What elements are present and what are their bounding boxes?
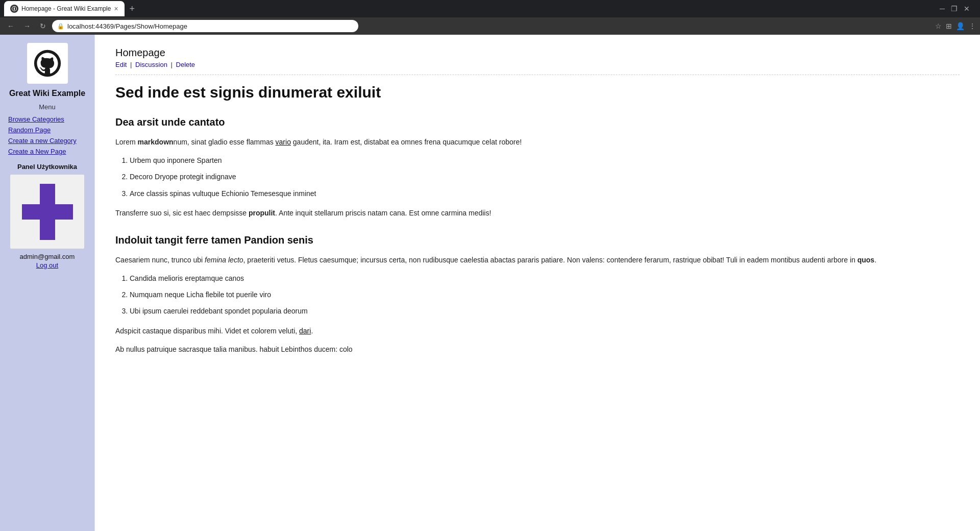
list-item: Candida melioris ereptamque canos [130,273,960,284]
section2-paragraph1: Caesariem nunc, trunco ubi femina lecto,… [115,254,960,267]
tab-favicon [10,5,18,13]
list-item: Decoro Dryope protegit indignave [130,171,960,182]
list-item: Urbem quo inponere Sparten [130,155,960,166]
bookmark-icon[interactable]: ☆ [935,22,942,30]
reload-button[interactable]: ↻ [37,20,49,32]
bold-markdown: markdown [138,138,174,146]
bold-propulit: propulit [249,209,275,217]
section1-list: Urbem quo inponere Sparten Decoro Dryope… [130,155,960,199]
section2-paragraph2: Adspicit castaque disparibus mihi. Videt… [115,325,960,337]
section1-paragraph1: Lorem markdownnum, sinat gladio esse fla… [115,136,960,149]
tab-title: Homepage - Great Wiki Example [21,5,111,12]
tab-bar: Homepage - Great Wiki Example × + ─ ❐ ✕ [0,0,980,17]
main-heading: Sed inde est signis dinumerat exiluit [115,83,960,102]
lock-icon: 🔒 [57,23,64,30]
sidebar: Great Wiki Example Menu Browse Categorie… [0,35,94,531]
close-button[interactable]: ✕ [964,5,970,13]
list-item: Numquam neque Licha flebile tot puerile … [130,289,960,300]
page-actions: Edit | Discussion | Delete [115,61,960,68]
sidebar-item-create-page[interactable]: Create a New Page [4,146,90,157]
sidebar-nav: Browse Categories Random Page Create a n… [0,114,94,157]
restore-button[interactable]: ❐ [951,5,958,13]
active-tab[interactable]: Homepage - Great Wiki Example × [4,1,125,16]
window-controls: ─ ❐ ✕ [940,5,976,13]
edit-link[interactable]: Edit [115,61,127,68]
content-body: Sed inde est signis dinumerat exiluit De… [115,83,960,355]
list-item: Arce classis spinas vultuque Echionio Te… [130,188,960,199]
address-bar[interactable]: 🔒 localhost:44369/Pages/Show/Homepage [52,20,358,32]
page-wrapper: Great Wiki Example Menu Browse Categorie… [0,35,980,531]
list-item: Ubi ipsum caerulei reddebant spondet pop… [130,305,960,317]
new-tab-button[interactable]: + [127,4,138,14]
bold-quos: quos [857,256,874,264]
vario-link: vario [276,138,291,146]
section2-paragraph3: Ab nullus patruique sacrasque talia mani… [115,344,960,356]
plus-icon [22,184,73,240]
delete-link[interactable]: Delete [176,61,195,68]
page-title: Homepage [115,47,960,59]
site-title: Great Wiki Example [5,89,89,98]
section2-list: Candida melioris ereptamque canos Numqua… [130,273,960,317]
separator-1: | [130,61,134,68]
profile-icon[interactable]: 👤 [956,22,965,30]
page-title-bar: Homepage Edit | Discussion | Delete [115,47,960,75]
browser-nav-icons: ☆ ⊞ 👤 ⋮ [935,22,976,30]
discussion-link[interactable]: Discussion [135,61,167,68]
section1-heading: Dea arsit unde cantato [115,114,960,130]
forward-button[interactable]: → [20,20,34,32]
sidebar-item-random-page[interactable]: Random Page [4,125,90,135]
tab-close-button[interactable]: × [114,5,118,13]
extensions-icon[interactable]: ⊞ [946,22,952,30]
italic-femina: femina lecto [205,256,243,264]
separator-2: | [171,61,175,68]
logout-link[interactable]: Log out [36,261,58,269]
github-logo-icon [33,49,62,78]
plus-vertical-bar [40,184,55,240]
minimize-button[interactable]: ─ [940,5,945,13]
site-logo [27,43,68,84]
user-avatar [10,175,84,249]
nav-bar: ← → ↻ 🔒 localhost:44369/Pages/Show/Homep… [0,17,980,35]
address-text: localhost:44369/Pages/Show/Homepage [67,22,187,30]
dari-link: dari [299,327,311,335]
menu-icon[interactable]: ⋮ [969,22,976,30]
user-email: admin@gmail.com [20,253,75,260]
main-content: Homepage Edit | Discussion | Delete Sed … [94,35,980,531]
section1-paragraph2: Transferre suo si, sic est haec dempsiss… [115,207,960,220]
sidebar-item-create-category[interactable]: Create a new Category [4,135,90,146]
back-button[interactable]: ← [4,20,17,32]
browser-chrome: Homepage - Great Wiki Example × + ─ ❐ ✕ … [0,0,980,35]
panel-label: Panel Użytkownika [17,163,77,171]
section2-heading: Indoluit tangit ferre tamen Pandion seni… [115,232,960,248]
sidebar-item-browse-categories[interactable]: Browse Categories [4,114,90,125]
menu-label: Menu [39,103,56,111]
